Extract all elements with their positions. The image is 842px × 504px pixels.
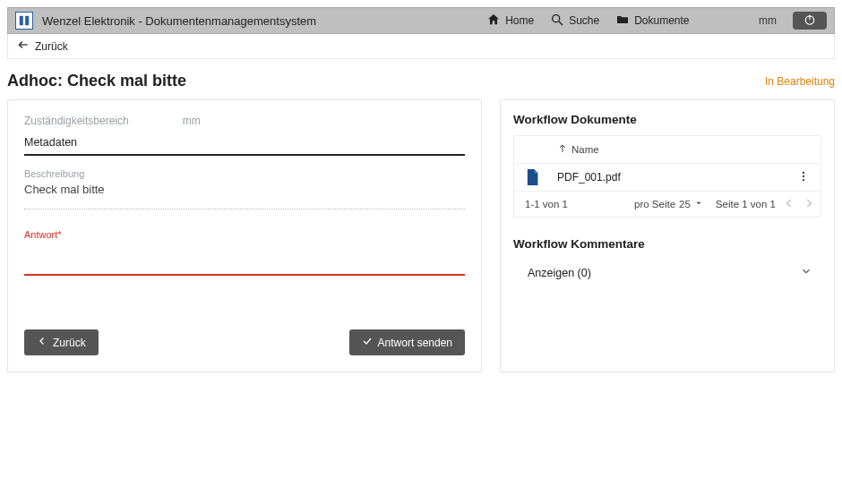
chevron-left-icon — [37, 336, 47, 349]
chevron-down-icon — [800, 265, 812, 280]
workflow-card: Workflow Dokumente Name PDF_001.pdf — [500, 99, 835, 372]
caret-down-icon — [694, 199, 703, 209]
per-page-value: 25 — [679, 199, 691, 209]
page-header: Adhoc: Check mal bitte In Bearbeitung — [7, 59, 835, 99]
svg-point-9 — [803, 175, 804, 176]
page-info: Seite 1 von 1 — [716, 199, 776, 209]
back-button-label: Zurück — [53, 337, 86, 349]
tab-metadata[interactable]: Metadaten — [24, 136, 465, 154]
metadata-card: Zuständigkeitsbereich mm Metadaten Besch… — [7, 99, 482, 372]
answer-label: Antwort* — [24, 229, 465, 240]
column-name-label: Name — [571, 144, 599, 155]
svg-point-10 — [803, 178, 804, 180]
back-link[interactable]: Zurück — [7, 34, 835, 59]
svg-line-3 — [559, 21, 563, 25]
svg-rect-1 — [25, 16, 29, 26]
check-icon — [362, 336, 373, 349]
chevron-left-icon — [783, 201, 795, 211]
prev-page-button[interactable] — [783, 197, 795, 211]
responsibility-value: mm — [183, 115, 201, 127]
back-button[interactable]: Zurück — [24, 329, 99, 355]
workflow-documents-title: Workflow Dokumente — [513, 113, 821, 126]
app-logo — [15, 12, 33, 30]
nav-documents[interactable]: Dokumente — [615, 13, 689, 30]
comments-toggle[interactable]: Anzeigen (0) — [513, 258, 821, 280]
svg-point-8 — [803, 171, 804, 173]
row-more-button[interactable] — [794, 170, 813, 185]
table-header[interactable]: Name — [514, 136, 821, 163]
description-value: Check mal bitte — [24, 183, 465, 196]
nav-search[interactable]: Suche — [550, 13, 599, 30]
description-label: Beschreibung — [24, 168, 465, 179]
back-link-label: Zurück — [35, 40, 68, 53]
divider — [24, 209, 465, 209]
per-page-label: pro Seite — [634, 199, 675, 209]
app-title: Wenzel Elektronik - Dokumentenmanagement… — [42, 14, 316, 28]
power-icon — [803, 13, 816, 29]
send-answer-button[interactable]: Antwort senden — [349, 329, 465, 355]
nav-home-label: Home — [505, 14, 534, 27]
user-label: mm — [759, 14, 777, 27]
range-label: 1-1 von 1 — [525, 199, 634, 209]
page-title: Adhoc: Check mal bitte — [7, 72, 186, 90]
file-name: PDF_001.pdf — [557, 171, 794, 184]
table-row[interactable]: PDF_001.pdf — [514, 163, 821, 191]
answer-input[interactable] — [24, 274, 465, 276]
tab-underline — [24, 154, 465, 156]
svg-point-2 — [553, 14, 560, 21]
send-answer-label: Antwort senden — [378, 337, 452, 349]
arrow-left-icon — [17, 38, 30, 54]
search-icon — [550, 13, 564, 30]
folder-icon — [615, 13, 630, 30]
more-vertical-icon — [797, 173, 810, 185]
nav-search-label: Suche — [569, 14, 599, 27]
chevron-right-icon — [803, 201, 815, 211]
next-page-button[interactable] — [803, 197, 815, 211]
documents-table: Name PDF_001.pdf 1-1 von 1 pro Seite 25 — [513, 135, 821, 218]
svg-rect-0 — [20, 16, 23, 26]
top-bar: Wenzel Elektronik - Dokumentenmanagement… — [7, 7, 835, 34]
sort-asc-icon — [557, 143, 571, 156]
comments-toggle-label: Anzeigen (0) — [528, 267, 591, 279]
nav-documents-label: Dokumente — [634, 14, 689, 27]
per-page-select[interactable]: pro Seite 25 — [634, 199, 703, 209]
nav-home[interactable]: Home — [486, 13, 534, 30]
responsibility-label: Zuständigkeitsbereich — [24, 115, 129, 127]
status-badge: In Bearbeitung — [765, 75, 835, 88]
home-icon — [486, 13, 501, 30]
file-icon — [525, 169, 539, 185]
table-footer: 1-1 von 1 pro Seite 25 Seite 1 von 1 — [514, 191, 821, 217]
workflow-comments-title: Workflow Kommentare — [513, 237, 821, 251]
logout-button[interactable] — [793, 12, 827, 30]
